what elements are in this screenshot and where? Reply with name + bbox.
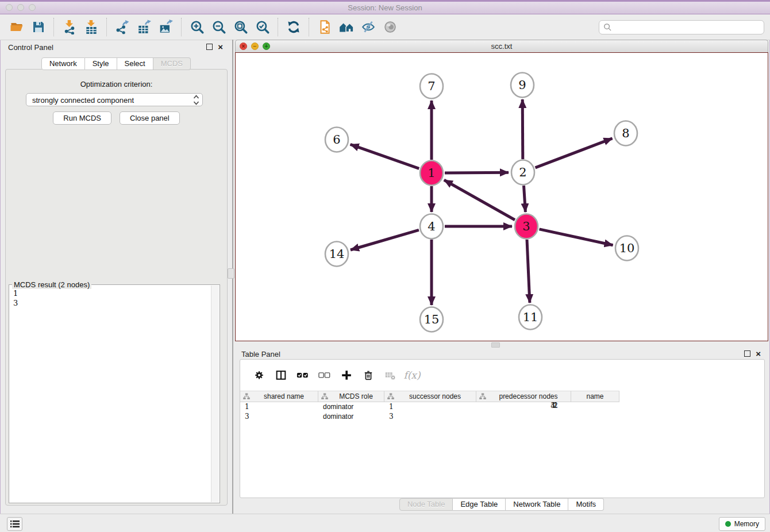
open-folder-icon [9, 20, 25, 34]
vertical-splitter-grip[interactable] [228, 268, 234, 279]
column-type-icon [479, 393, 486, 400]
node-10[interactable]: 10 [615, 236, 638, 261]
node-15[interactable]: 15 [420, 307, 443, 332]
edge-1-6[interactable] [351, 144, 419, 168]
node-1[interactable]: 1 [420, 161, 443, 186]
node-8[interactable]: 8 [614, 121, 637, 146]
tab-mcds[interactable]: MCDS [153, 57, 191, 70]
result-scrollbar[interactable] [211, 286, 219, 502]
edge-2-9[interactable] [522, 99, 523, 159]
float-table-panel-icon[interactable] [744, 350, 750, 357]
node-14[interactable]: 14 [325, 242, 348, 267]
table-row[interactable]: 3dominator323 [240, 411, 764, 421]
zoom-out-button[interactable] [208, 17, 230, 37]
network-window-titlebar[interactable]: × − + scc.txt [235, 40, 768, 52]
node-3[interactable]: 3 [515, 214, 538, 239]
split-columns-button[interactable] [270, 365, 292, 385]
select-all-columns-button[interactable] [292, 365, 314, 385]
import-network-button[interactable] [59, 17, 80, 37]
search-input[interactable] [612, 22, 764, 32]
network-view-title: scc.txt [236, 42, 768, 51]
export-network-button[interactable] [111, 17, 133, 37]
column-header-shared-name[interactable]: shared name [240, 391, 318, 402]
close-panel-button[interactable]: Close panel [120, 111, 180, 125]
run-mcds-button[interactable]: Run MCDS [53, 111, 111, 125]
node-7[interactable]: 7 [420, 74, 443, 99]
deselect-all-columns-button[interactable] [314, 365, 336, 385]
node-6[interactable]: 6 [325, 128, 348, 152]
node-9[interactable]: 9 [511, 73, 534, 98]
mcds-result-list[interactable]: 1 3 [13, 288, 18, 308]
node-11[interactable]: 11 [519, 305, 542, 330]
open-session-button[interactable] [6, 17, 28, 37]
close-panel-icon[interactable]: × [218, 44, 223, 50]
node-label: 1 [428, 166, 435, 180]
column-type-icon [243, 393, 250, 400]
search-box [599, 20, 764, 34]
tab-motifs[interactable]: Motifs [568, 498, 604, 511]
edge-2-8[interactable] [536, 138, 613, 168]
first-neighbors-button[interactable] [336, 17, 357, 37]
eye-slash-icon [361, 20, 376, 34]
show-all-button[interactable] [379, 17, 401, 37]
zoom-in-button[interactable] [186, 17, 208, 37]
delete-table-icon [383, 369, 397, 381]
refresh-button[interactable] [283, 17, 305, 37]
task-history-button[interactable] [7, 517, 22, 531]
node-4[interactable]: 4 [420, 214, 443, 239]
table-panel-title: Table Panel [241, 350, 280, 358]
tab-node-table[interactable]: Node Table [399, 498, 453, 511]
toolbar-separator [106, 18, 107, 36]
edge-2-3[interactable] [524, 186, 526, 212]
node-table-header: shared nameMCDS rolesuccessor nodesprede… [240, 391, 619, 402]
import-table-button[interactable] [80, 17, 102, 37]
edge-3-1[interactable] [444, 180, 515, 219]
search-icon [603, 23, 612, 32]
float-panel-icon[interactable] [206, 44, 213, 50]
table-settings-button[interactable] [248, 365, 270, 385]
checked-boxes-icon [295, 369, 310, 381]
tab-select[interactable]: Select [117, 57, 153, 70]
memory-button[interactable]: Memory [719, 517, 765, 531]
tab-style[interactable]: Style [85, 57, 117, 70]
toolbar-separator [53, 18, 55, 36]
hide-selected-button[interactable] [357, 17, 379, 37]
zoom-fit-icon [233, 20, 248, 34]
column-header-successor-nodes[interactable]: successor nodes [384, 391, 476, 402]
column-header-name[interactable]: name [571, 391, 619, 402]
zoom-selected-button[interactable] [252, 17, 274, 37]
column-header-MCDS-role[interactable]: MCDS role [318, 391, 384, 402]
save-session-button[interactable] [28, 17, 49, 37]
tab-network-table[interactable]: Network Table [506, 498, 568, 511]
import-network-icon [62, 20, 77, 34]
edge-1-2[interactable] [445, 172, 509, 173]
network-canvas[interactable]: 1234678910111415 [235, 52, 768, 341]
edge-3-10[interactable] [540, 229, 613, 245]
fx-icon: f(x) [403, 369, 420, 381]
tab-edge-table[interactable]: Edge Table [453, 498, 506, 511]
tab-network[interactable]: Network [41, 57, 85, 70]
node-label: 9 [518, 78, 526, 92]
gear-icon [253, 369, 265, 381]
criterion-dropdown[interactable]: strongly connected component [26, 93, 203, 106]
clone-network-button[interactable] [314, 17, 336, 37]
zoom-fit-button[interactable] [230, 17, 252, 37]
save-icon [32, 20, 45, 34]
node-2[interactable]: 2 [511, 160, 534, 185]
table-cell: 2 [473, 402, 568, 421]
unchecked-boxes-icon [317, 369, 332, 381]
edge-3-11[interactable] [527, 240, 530, 303]
table-cell: 3 [240, 413, 318, 421]
function-builder-button: f(x) [401, 365, 423, 385]
result-line: 1 [13, 288, 18, 298]
column-header-predecessor-nodes[interactable]: predecessor nodes [476, 391, 571, 402]
refresh-icon [286, 20, 301, 34]
export-image-button[interactable] [155, 17, 177, 37]
add-column-button[interactable] [336, 365, 357, 385]
delete-column-button[interactable] [357, 365, 379, 385]
toolbar-separator [278, 18, 279, 36]
edge-4-14[interactable] [351, 230, 419, 250]
export-table-button[interactable] [133, 17, 155, 37]
close-table-panel-icon[interactable]: × [756, 351, 761, 357]
list-icon [10, 520, 20, 528]
